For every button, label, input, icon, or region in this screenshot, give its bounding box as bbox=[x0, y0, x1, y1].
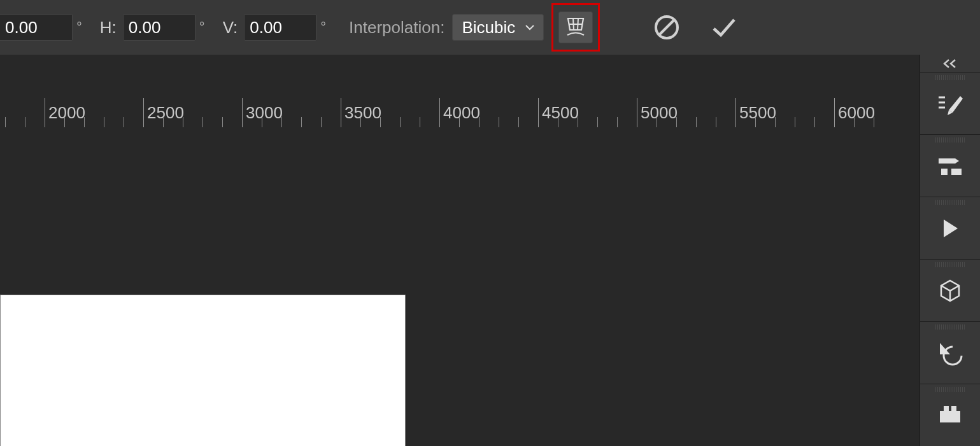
confirm-actions bbox=[651, 11, 740, 43]
horizontal-ruler: 200025003000350040004500500055006000 bbox=[0, 98, 888, 131]
ruler-tick-minor bbox=[25, 117, 25, 127]
chevron-down-icon bbox=[524, 22, 536, 33]
panel-brush-settings[interactable] bbox=[920, 135, 981, 197]
h-skew-input[interactable] bbox=[123, 14, 195, 41]
cube-icon bbox=[937, 278, 963, 303]
interpolation-dropdown[interactable]: Bicubic bbox=[452, 14, 544, 41]
ruler-tick-minor bbox=[124, 117, 124, 127]
canvas-area[interactable]: 200025003000350040004500500055006000 bbox=[0, 55, 920, 446]
degree-symbol: ° bbox=[76, 19, 82, 36]
ruler-tick-minor bbox=[597, 117, 598, 127]
ruler-tick-label: 5500 bbox=[739, 103, 776, 123]
ruler-tick-minor bbox=[400, 117, 401, 127]
ruler-tick-minor bbox=[676, 117, 677, 127]
ruler-tick-minor bbox=[716, 117, 716, 127]
commit-button[interactable] bbox=[708, 11, 740, 43]
ruler-tick-minor bbox=[755, 117, 756, 127]
ruler-tick-minor bbox=[479, 117, 479, 127]
ruler-tick-major bbox=[834, 98, 835, 127]
grip-icon bbox=[935, 262, 965, 267]
grip-icon bbox=[935, 200, 965, 205]
ruler-tick-minor bbox=[163, 117, 164, 127]
ruler-tick-minor bbox=[518, 117, 519, 127]
ruler-tick-minor bbox=[281, 117, 282, 127]
ruler-tick-minor bbox=[617, 117, 618, 127]
grip-icon bbox=[935, 75, 965, 80]
grip-icon bbox=[935, 387, 965, 392]
ruler-tick-major bbox=[242, 98, 243, 127]
ruler-tick-minor bbox=[558, 117, 558, 127]
v-skew-group: V: ° bbox=[223, 14, 335, 41]
ruler-tick-minor bbox=[262, 117, 262, 127]
cancel-button[interactable] bbox=[651, 11, 683, 43]
ruler-tick-major bbox=[439, 98, 440, 127]
ruler-tick-major bbox=[735, 98, 736, 127]
ruler-tick-label: 4500 bbox=[542, 103, 579, 123]
artboard[interactable] bbox=[0, 295, 406, 446]
options-bar: ° H: ° V: ° Interpolation: Bicubic bbox=[0, 0, 980, 55]
svg-rect-10 bbox=[940, 411, 960, 422]
ruler-tick-minor bbox=[814, 117, 815, 127]
panel-history[interactable] bbox=[920, 322, 981, 384]
ruler-tick-label: 6000 bbox=[838, 103, 875, 123]
rotation-group: ° bbox=[0, 14, 91, 41]
ruler-tick-minor bbox=[696, 117, 697, 127]
warp-mode-button[interactable] bbox=[558, 11, 593, 43]
ruler-tick-minor bbox=[104, 117, 104, 127]
degree-symbol: ° bbox=[199, 19, 205, 36]
ruler-tick-label: 2000 bbox=[48, 103, 85, 123]
ruler-tick-minor bbox=[459, 117, 460, 127]
ruler-tick-label: 5000 bbox=[641, 103, 678, 123]
libraries-icon bbox=[937, 405, 963, 425]
ruler-tick-minor bbox=[84, 117, 85, 127]
ruler-tick-major bbox=[143, 98, 144, 127]
ruler-tick-minor bbox=[874, 117, 874, 127]
ruler-tick-minor bbox=[183, 117, 183, 127]
highlight-annotation bbox=[551, 3, 600, 52]
ruler-tick-minor bbox=[657, 117, 657, 127]
double-chevron-left-icon bbox=[941, 59, 959, 69]
ruler-tick-minor bbox=[499, 117, 499, 127]
ruler-tick-minor bbox=[301, 117, 302, 127]
ruler-tick-minor bbox=[380, 117, 381, 127]
panel-actions[interactable] bbox=[920, 197, 981, 259]
collapse-panels-button[interactable] bbox=[920, 55, 980, 72]
panel-3d[interactable] bbox=[920, 260, 981, 321]
grip-icon bbox=[935, 324, 965, 330]
ruler-tick-major bbox=[45, 98, 45, 127]
degree-symbol: ° bbox=[320, 19, 326, 36]
ruler-tick-minor bbox=[321, 117, 322, 127]
ruler-tick-minor bbox=[202, 117, 203, 127]
ruler-tick-major bbox=[538, 98, 539, 127]
ruler-tick-minor bbox=[420, 117, 420, 127]
svg-rect-9 bbox=[951, 169, 962, 175]
cancel-icon bbox=[653, 13, 681, 41]
panel-libraries[interactable] bbox=[920, 384, 981, 446]
interpolation-value: Bicubic bbox=[462, 18, 515, 38]
brush-settings-icon bbox=[935, 155, 965, 178]
ruler-tick-minor bbox=[5, 117, 6, 127]
ruler-tick-minor bbox=[578, 117, 578, 127]
ruler-tick-minor bbox=[775, 117, 776, 127]
right-panel-toolbar bbox=[920, 55, 980, 446]
h-skew-group: H: ° bbox=[100, 14, 214, 41]
warp-icon bbox=[563, 15, 588, 40]
grip-icon bbox=[935, 137, 965, 143]
ruler-tick-label: 2500 bbox=[147, 103, 184, 123]
ruler-tick-label: 4000 bbox=[443, 103, 480, 123]
rotation-input[interactable] bbox=[0, 14, 73, 41]
h-label: H: bbox=[100, 18, 117, 38]
ruler-tick-minor bbox=[854, 117, 855, 127]
ruler-tick-minor bbox=[222, 117, 223, 127]
ruler-tick-label: 3000 bbox=[246, 103, 283, 123]
play-icon bbox=[939, 217, 962, 240]
panel-brushes[interactable] bbox=[920, 73, 981, 134]
svg-rect-11 bbox=[944, 406, 949, 411]
svg-rect-8 bbox=[941, 169, 948, 175]
svg-rect-12 bbox=[951, 406, 956, 411]
brushes-icon bbox=[935, 91, 965, 116]
ruler-tick-major bbox=[637, 98, 637, 127]
v-skew-input[interactable] bbox=[244, 14, 316, 41]
svg-line-4 bbox=[659, 20, 674, 35]
ruler-tick-minor bbox=[360, 117, 361, 127]
